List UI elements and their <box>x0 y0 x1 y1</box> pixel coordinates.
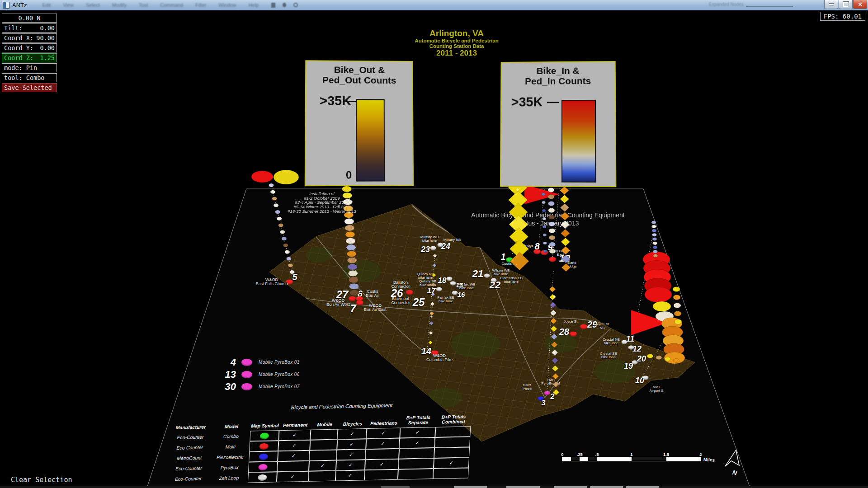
menu-item-edit[interactable]: Edit <box>42 2 51 8</box>
station-dot-1[interactable] <box>506 258 513 263</box>
station-dot-17[interactable] <box>436 287 442 291</box>
station-number-24[interactable]: 24 <box>441 242 450 250</box>
scale-segment <box>562 457 571 461</box>
station-number-12[interactable]: 12 <box>632 345 642 353</box>
station-label-2: FMRPyroBox 04 <box>541 378 560 386</box>
station-number-8[interactable]: 8 <box>534 242 539 251</box>
station-dot-8[interactable] <box>533 249 541 254</box>
station-number-23[interactable]: 23 <box>421 245 430 253</box>
station-number-6[interactable]: 6 <box>357 289 362 298</box>
station-number-17[interactable]: 17 <box>427 287 436 295</box>
table-cell-check <box>310 439 337 450</box>
station-dot-7[interactable] <box>356 300 363 305</box>
legend-in-gradient-bar <box>561 100 596 183</box>
station-dot-11[interactable] <box>622 340 627 344</box>
station-number-25[interactable]: 25 <box>413 297 425 308</box>
taskbar-item[interactable] <box>454 486 487 488</box>
grid-icon[interactable] <box>271 3 275 8</box>
station-number-1[interactable]: 1 <box>500 252 505 261</box>
station-dot-2[interactable] <box>544 391 550 395</box>
station-dot-28[interactable] <box>570 332 577 337</box>
station-number-16[interactable]: 16 <box>458 291 465 298</box>
hud-row-tilt[interactable]: Tilt:0.00 <box>2 23 57 33</box>
restore-button[interactable] <box>839 0 853 9</box>
station-dot-9[interactable] <box>541 250 548 255</box>
menu-item-view[interactable]: View <box>63 2 74 8</box>
station-number-20[interactable]: 20 <box>637 355 646 363</box>
taskbar-item[interactable] <box>626 486 659 488</box>
station-number-28[interactable]: 28 <box>559 327 569 336</box>
station-dot-5[interactable] <box>286 280 293 285</box>
menu-item-filter[interactable]: Filter <box>195 2 206 8</box>
station-dot-24[interactable] <box>438 243 443 247</box>
taskbar-item[interactable] <box>590 486 623 488</box>
station-number-9[interactable]: 9 <box>547 243 552 252</box>
station-dot-18[interactable] <box>447 277 453 281</box>
scene-title-sub2: Counting Station Data <box>415 43 498 49</box>
station-label-16: Fairfax EBbike lane <box>437 296 454 304</box>
station-number-2[interactable]: 2 <box>551 393 555 400</box>
hud-row-toolcombo[interactable]: tool: Combo <box>2 73 57 82</box>
minimize-button[interactable] <box>824 0 838 9</box>
hud-row-coordy[interactable]: Coord Y:0.00 <box>2 43 57 52</box>
clear-selection-top[interactable]: Clear Selection <box>11 477 142 484</box>
toolbar-icons[interactable] <box>271 3 298 8</box>
station-dot-29[interactable] <box>580 324 587 329</box>
station-number-3[interactable]: 3 <box>542 399 546 407</box>
node-icon[interactable] <box>283 3 286 7</box>
station-number-15[interactable]: 15 <box>456 282 463 288</box>
station-number-11[interactable]: 11 <box>626 335 635 343</box>
station-dot-16[interactable] <box>452 291 458 295</box>
station-number-5[interactable]: 5 <box>292 272 297 282</box>
menu-item-help[interactable]: Help <box>249 2 259 8</box>
station-dot-10[interactable] <box>643 376 649 380</box>
taskbar-item[interactable] <box>506 486 540 488</box>
station-dot-12[interactable] <box>628 346 634 350</box>
station-number-10[interactable]: 10 <box>635 376 644 385</box>
station-number-22[interactable]: 22 <box>490 280 500 290</box>
menu-item-tool[interactable]: Tool <box>139 2 148 8</box>
hud-row-coordx[interactable]: Coord X:90.00 <box>2 33 57 42</box>
menu-item-select[interactable]: Select <box>86 2 100 8</box>
menu-item-window[interactable]: Window <box>219 2 236 8</box>
mobile-legend-label: Mobile PyroBox 03 <box>259 360 300 365</box>
table-cell-check: ✓ <box>434 457 469 469</box>
hud-row-modepin[interactable]: mode: Pin <box>2 63 57 72</box>
station-dot-27[interactable] <box>349 296 356 301</box>
station-number-27[interactable]: 27 <box>336 289 349 300</box>
scale-tick: 1.5 <box>663 452 669 457</box>
station-dot-21[interactable] <box>484 274 490 278</box>
search-input[interactable] <box>746 6 793 7</box>
station-dot-19[interactable] <box>632 361 638 365</box>
close-button[interactable]: ✕ <box>853 0 867 9</box>
hud-row-coordz[interactable]: Coord Z:1.25 <box>2 53 57 62</box>
station-number-21[interactable]: 21 <box>472 269 483 279</box>
station-number-26[interactable]: 26 <box>391 288 403 299</box>
station-dot-6[interactable] <box>356 296 363 301</box>
scale-bar-unit: Miles <box>703 457 715 463</box>
hud-row-n[interactable]: 0.00 N <box>2 14 57 23</box>
station-number-19[interactable]: 19 <box>624 362 633 370</box>
menu-bar[interactable]: EditViewSelectModifyToolCommandFilterWin… <box>42 2 259 8</box>
station-number-18[interactable]: 18 <box>438 277 447 284</box>
station-dot-23[interactable] <box>430 246 436 250</box>
station-number-7[interactable]: 7 <box>350 303 356 314</box>
table-cell-manufacturer: Eco-Counter <box>168 442 212 452</box>
station-dot-3[interactable] <box>538 397 544 401</box>
station-number-14[interactable]: 14 <box>421 347 431 356</box>
search-icon[interactable] <box>293 3 298 7</box>
taskbar-item[interactable] <box>554 486 587 488</box>
station-number-29[interactable]: 29 <box>587 320 597 329</box>
mobile-legend-number: 4 <box>212 357 236 368</box>
station-dot-12[interactable] <box>549 257 556 262</box>
station-dot-15[interactable] <box>450 282 456 286</box>
menu-item-command[interactable]: Command <box>160 2 183 8</box>
station-dot-22[interactable] <box>491 278 497 282</box>
menu-item-modify[interactable]: Modify <box>112 2 127 8</box>
station-dot-14[interactable] <box>431 351 439 356</box>
taskbar-item[interactable] <box>381 486 410 488</box>
station-number-12[interactable]: 12 <box>559 253 570 263</box>
station-dot-26[interactable] <box>406 290 413 295</box>
hud-row-saveselected[interactable]: Save Selected <box>2 83 57 92</box>
legend-in-max-label: >35K <box>511 94 543 109</box>
